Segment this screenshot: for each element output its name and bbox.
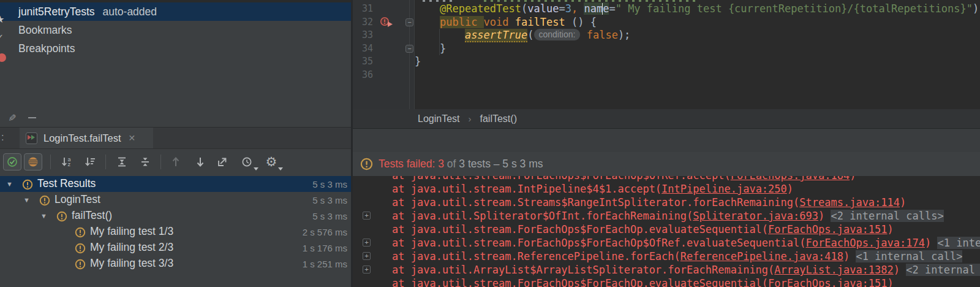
bookmark-list-label: Breakpoints — [18, 42, 75, 55]
bookmarks-panel: ★ junit5RetryTests auto-added ✓ Bookmark… — [0, 0, 352, 127]
run-toolwindow-tabs: : LoginTest.failTest ✕ — [0, 127, 352, 149]
next-failed-test-button[interactable] — [191, 153, 209, 170]
code-line: assertTrue(condition: false); — [415, 29, 630, 42]
code-token: } — [415, 55, 421, 67]
show-ignored-icon — [28, 156, 39, 167]
code-token: @RepeatedTest — [440, 2, 521, 15]
expand-internal-calls-icon[interactable]: + — [363, 239, 371, 247]
panel-divider — [351, 0, 353, 287]
tree-expand-icon[interactable]: ▼ — [6, 180, 13, 188]
sort-by-duration-button[interactable] — [81, 153, 99, 170]
stack-trace-text: ) — [850, 176, 856, 182]
fold-region-end-icon[interactable]: − — [405, 45, 413, 53]
test-tree-row[interactable]: ▼LoginTest5 s 3 ms — [0, 192, 352, 208]
parameter-name-hint: condition: — [534, 29, 581, 40]
test-failed-run-icon[interactable] — [380, 17, 394, 28]
settings-button[interactable]: ⚙ — [262, 153, 281, 170]
code-token: public — [440, 16, 484, 28]
stack-trace-link[interactable]: ForEachOps.java:151 — [768, 223, 887, 235]
bookmark-list-label: junit5RetryTests — [18, 6, 95, 18]
editor-gutter: 3132−3334−3536 — [353, 0, 415, 109]
test-failed-icon — [75, 259, 86, 270]
test-duration: 5 s 3 ms — [312, 195, 347, 205]
bookmark-list-item[interactable]: ★ junit5RetryTests auto-added — [0, 2, 352, 21]
bookmark-list-item[interactable]: Breakpoints — [0, 39, 352, 58]
stack-trace-text: at java.util.ArrayList$ArrayListSplitera… — [392, 264, 774, 276]
test-console-output[interactable]: at java.util.stream.ForEachOps$ForEachOp… — [353, 176, 980, 287]
chevron-right-icon: › — [469, 113, 472, 124]
show-ignored-button[interactable] — [24, 153, 42, 170]
code-line: } — [415, 42, 446, 55]
stack-trace-line: at java.util.stream.IntPipeline$4$1.acce… — [392, 182, 793, 196]
test-duration: 5 s 3 ms — [312, 211, 347, 221]
collapse-all-icon — [140, 156, 151, 167]
expand-internal-calls-icon[interactable]: + — [363, 252, 371, 260]
tree-expand-icon[interactable]: ▼ — [40, 212, 47, 220]
tests-failed-icon — [360, 158, 373, 170]
test-history-button[interactable] — [238, 153, 256, 170]
minus-icon[interactable] — [24, 110, 39, 125]
pencil-icon[interactable]: ✎ — [5, 110, 20, 125]
stack-trace-text: at java.util.stream.ReferencePipeline.fo… — [392, 250, 680, 262]
expand-internal-calls-icon[interactable]: + — [363, 266, 371, 274]
code-token — [415, 29, 465, 41]
test-tree-row[interactable]: My failing test 1/32 s 576 ms — [0, 224, 352, 240]
tab-logintest-failtest[interactable]: LoginTest.failTest ✕ — [20, 128, 153, 148]
code-token: } — [415, 42, 446, 55]
test-tree-row[interactable]: My failing test 3/31 s 251 ms — [0, 256, 352, 272]
test-tree-row[interactable]: ▼Test Results5 s 3 ms — [0, 176, 352, 192]
code-token: failTest — [515, 16, 571, 28]
collapse-all-button[interactable] — [136, 153, 154, 170]
clipped-line-fragment — [484, 0, 696, 2]
bookmark-list-item[interactable]: ✓ Bookmarks — [0, 21, 352, 39]
stack-trace-text: ) — [888, 277, 894, 287]
import-export-results-button[interactable] — [213, 153, 232, 170]
internal-calls-note: <1 internal call> — [856, 250, 962, 262]
stack-trace-line: at java.util.stream.Streams$RangeIntSpli… — [392, 196, 906, 209]
code-token: " My failing test {currentRepetition}/{t… — [616, 2, 973, 15]
test-duration: 2 s 576 ms — [303, 227, 347, 237]
test-name-label: Test Results — [37, 177, 96, 190]
stack-trace-link[interactable]: Streams.java:114 — [799, 196, 900, 209]
expand-all-button[interactable] — [113, 153, 131, 170]
test-results-tree: ▼Test Results5 s 3 ms▼LoginTest5 s 3 ms▼… — [0, 176, 352, 287]
fold-region-start-icon[interactable]: − — [405, 18, 413, 26]
code-token: ) — [973, 2, 979, 15]
toolbar-separator — [160, 155, 161, 169]
ide-window: ★ junit5RetryTests auto-added ✓ Bookmark… — [0, 0, 980, 287]
breadcrumb-item-class[interactable]: LoginTest — [418, 113, 460, 124]
tree-expand-icon[interactable]: ▼ — [23, 196, 30, 204]
code-token — [415, 16, 440, 28]
stack-trace-link[interactable]: ArrayList.java:1382 — [774, 264, 893, 276]
stack-trace-link[interactable]: ForEachOps.java:184 — [731, 176, 850, 182]
test-failed-icon — [39, 195, 50, 206]
stack-trace-text: at java.util.stream.ForEachOps$ForEachOp… — [392, 223, 768, 235]
test-tree-row[interactable]: My failing test 2/31 s 176 ms — [0, 240, 352, 256]
breadcrumb-item-method[interactable]: failTest() — [480, 113, 517, 124]
show-passed-button[interactable] — [3, 153, 21, 170]
stack-trace-line: at java.util.stream.ForEachOps$ForEachOp… — [392, 176, 856, 182]
bookmark-list-label: Bookmarks — [18, 24, 72, 37]
clipped-line-fragment — [423, 0, 454, 2]
stack-trace-line: at java.util.ArrayList$ArrayListSplitera… — [392, 263, 980, 277]
test-name-label: My failing test 2/3 — [90, 241, 173, 254]
close-icon[interactable]: ✕ — [129, 133, 136, 143]
test-tree-row[interactable]: ▼failTest()5 s 3 ms — [0, 208, 352, 224]
stack-trace-link[interactable]: Spliterator.java:693 — [693, 210, 818, 222]
code-token — [580, 29, 586, 41]
line-number: 34 — [353, 42, 373, 55]
stack-trace-text: at java.util.stream.Streams$RangeIntSpli… — [392, 196, 799, 209]
stack-trace-link[interactable]: ForEachOps.java:151 — [768, 277, 887, 287]
stack-trace-link[interactable]: ReferencePipeline.java:418 — [680, 250, 843, 262]
test-failed-icon — [22, 179, 33, 190]
toolbar-separator — [105, 155, 106, 169]
toolbar-separator — [50, 155, 51, 169]
stack-trace-link[interactable]: ForEachOps.java:174 — [806, 237, 925, 249]
expand-internal-calls-icon[interactable]: + — [363, 212, 371, 220]
previous-failed-test-button[interactable] — [167, 153, 185, 170]
line-number: 35 — [353, 55, 373, 68]
code-editor[interactable]: 3132−3334−3536 @RepeatedTest(value=3, na… — [353, 0, 980, 109]
stack-trace-link[interactable]: IntPipeline.java:250 — [662, 183, 787, 195]
sort-alphabetically-button[interactable]: az — [58, 153, 76, 170]
code-token: value — [527, 2, 559, 15]
